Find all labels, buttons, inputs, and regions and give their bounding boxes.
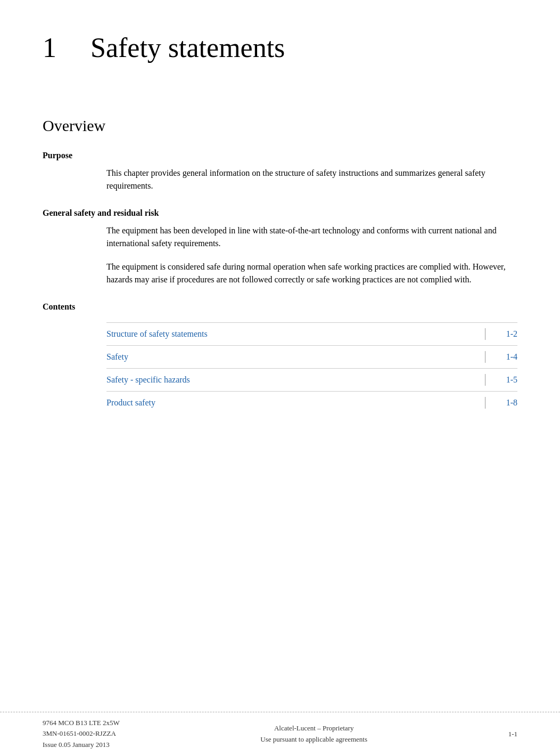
purpose-label: Purpose bbox=[43, 151, 517, 160]
footer-right: 1-1 bbox=[508, 730, 517, 738]
toc-page-number: 1-2 bbox=[496, 329, 517, 339]
toc-page-number: 1-4 bbox=[496, 352, 517, 362]
chapter-header: 1 Safety statements bbox=[43, 32, 517, 63]
general-safety-para1: The equipment has been developed in line… bbox=[106, 224, 517, 250]
toc-row: Structure of safety statements1-2 bbox=[106, 322, 517, 345]
purpose-block: Purpose This chapter provides general in… bbox=[43, 151, 517, 192]
page-container: 1 Safety statements Overview Purpose Thi… bbox=[0, 0, 560, 756]
general-safety-label: General safety and residual risk bbox=[43, 208, 517, 218]
footer-issue: Issue 0.05 January 2013 bbox=[43, 741, 110, 749]
toc-row: Safety - specific hazards1-5 bbox=[106, 368, 517, 391]
overview-heading: Overview bbox=[43, 117, 517, 135]
toc-separator bbox=[485, 351, 485, 363]
footer-center: Alcatel-Lucent – Proprietary Use pursuan… bbox=[260, 723, 367, 745]
toc-table: Structure of safety statements1-2Safety1… bbox=[106, 322, 517, 414]
toc-row: Safety1-4 bbox=[106, 345, 517, 368]
toc-page-number: 1-5 bbox=[496, 375, 517, 385]
toc-separator bbox=[485, 397, 485, 409]
toc-separator bbox=[485, 328, 485, 340]
footer-doc-number: 3MN-01651-0002-RJZZA bbox=[43, 729, 116, 737]
toc-link[interactable]: Safety bbox=[106, 352, 474, 362]
contents-label: Contents bbox=[43, 302, 517, 312]
toc-page-number: 1-8 bbox=[496, 398, 517, 408]
toc-link[interactable]: Product safety bbox=[106, 398, 474, 408]
chapter-number: 1 bbox=[43, 32, 69, 63]
purpose-text: This chapter provides general informatio… bbox=[106, 167, 517, 192]
contents-section: Contents Structure of safety statements1… bbox=[43, 302, 517, 414]
footer-left: 9764 MCO B13 LTE 2x5W 3MN-01651-0002-RJZ… bbox=[43, 718, 120, 751]
overview-section: Overview Purpose This chapter provides g… bbox=[43, 117, 517, 414]
toc-separator bbox=[485, 374, 485, 386]
chapter-title: Safety statements bbox=[90, 32, 285, 63]
general-safety-block: General safety and residual risk The equ… bbox=[43, 208, 517, 286]
toc-row: Product safety1-8 bbox=[106, 391, 517, 414]
footer-page-number: 1-1 bbox=[508, 730, 517, 738]
footer-product: 9764 MCO B13 LTE 2x5W bbox=[43, 719, 120, 727]
page-footer: 9764 MCO B13 LTE 2x5W 3MN-01651-0002-RJZ… bbox=[0, 712, 560, 756]
footer-proprietary: Alcatel-Lucent – Proprietary bbox=[274, 724, 353, 732]
toc-link[interactable]: Safety - specific hazards bbox=[106, 375, 474, 385]
footer-use: Use pursuant to applicable agreements bbox=[260, 735, 367, 743]
toc-link[interactable]: Structure of safety statements bbox=[106, 329, 474, 339]
general-safety-para2: The equipment is considered safe during … bbox=[106, 261, 517, 286]
